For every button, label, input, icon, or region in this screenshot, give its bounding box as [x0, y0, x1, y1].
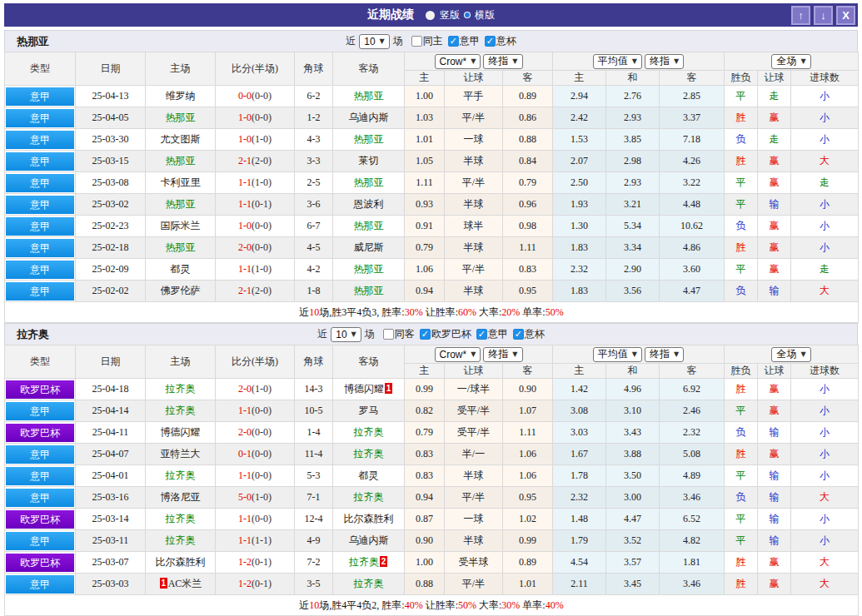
team-name: 国际米兰: [161, 220, 201, 231]
average-group-header: 平均值▼ 终指▼: [553, 52, 725, 71]
team-name: 热那亚: [354, 285, 384, 296]
away-team-cell: 拉齐奥: [333, 422, 405, 444]
recent-count-select[interactable]: 10 ▼: [359, 34, 390, 49]
avg-draw-cell: 2.98: [606, 151, 660, 172]
home-team-cell: 拉齐奥: [146, 509, 216, 530]
radio-horizontal-label[interactable]: 横版: [475, 8, 495, 22]
home-team-cell: 佛罗伦萨: [146, 281, 216, 302]
avg-draw-cell: 3.43: [606, 422, 660, 444]
team-name: 热那亚: [354, 176, 384, 188]
checkbox-checked[interactable]: [476, 329, 487, 340]
final-odds-select[interactable]: 终指▼: [483, 54, 522, 69]
match-row: 意甲25-03-11拉齐奥1-1(1-1)4-9乌迪内斯0.90半球0.991.…: [5, 530, 859, 552]
home-odds-cell: 1.06: [405, 259, 445, 281]
halftime-score: (0-0): [252, 426, 272, 438]
result-handicap-cell: 赢: [758, 444, 791, 465]
team-name: 卡利亚里: [161, 176, 201, 188]
summary-text: 50%: [458, 599, 476, 611]
subcol-avg-draw: 和: [606, 71, 660, 86]
result-goals-cell: 小: [791, 444, 859, 465]
result-handicap-cell: 赢: [758, 400, 791, 422]
away-odds-cell: 0.96: [503, 194, 553, 216]
result-goals-cell: 小: [791, 86, 859, 107]
summary-text: 大率:: [476, 306, 501, 318]
average-select[interactable]: 平均值▼: [593, 347, 642, 362]
col-score: 比分(半场): [216, 345, 295, 379]
away-team-cell: 比尔森胜利: [333, 509, 405, 530]
radio-horizontal-layout[interactable]: [465, 12, 470, 17]
corners-cell: 12-4: [295, 509, 333, 530]
bookmaker-select[interactable]: Crow*▼: [435, 347, 481, 362]
col-score: 比分(半场): [216, 52, 295, 86]
team-name: 热那亚: [166, 112, 196, 123]
corners-cell: 2-5: [295, 172, 333, 194]
home-odds-cell: 1.05: [405, 151, 445, 172]
away-odds-cell: 0.88: [503, 129, 553, 151]
avg-away-cell: 3.46: [660, 487, 725, 509]
average-select[interactable]: 平均值▼: [593, 54, 642, 69]
checkbox-unchecked[interactable]: [411, 36, 422, 47]
home-odds-cell: 0.83: [405, 465, 445, 487]
checkbox-unchecked[interactable]: [383, 329, 394, 340]
team-name: 拉齐奥: [166, 405, 196, 416]
fulltime-select[interactable]: 全场▼: [771, 54, 810, 69]
title-bar: 近期战绩 竖版 横版 ↑ ↓ X: [4, 3, 858, 27]
checkbox-checked[interactable]: [420, 329, 431, 340]
home-odds-cell: 1.00: [405, 86, 445, 107]
handicap-cell: 半球: [445, 530, 503, 552]
away-team-cell: 热那亚: [333, 259, 405, 281]
final-odds-select-2[interactable]: 终指▼: [645, 54, 684, 69]
team-name: 莱切: [359, 155, 379, 166]
corners-cell: 14-3: [295, 379, 333, 400]
avg-away-cell: 3.37: [660, 107, 725, 129]
filter-option-label: 同主: [423, 34, 443, 48]
result-wdl-cell: 平: [725, 530, 758, 552]
date-cell: 25-03-16: [76, 487, 146, 509]
avg-away-cell: 3.22: [660, 172, 725, 194]
scroll-down-button[interactable]: ↓: [814, 6, 833, 25]
team-name: 拉齐奥: [166, 469, 196, 481]
score-cell: 1-1(1-0): [216, 172, 295, 194]
home-team-cell: 国际米兰: [146, 216, 216, 237]
radio-vertical-layout[interactable]: [426, 11, 435, 20]
filter-option: 同客: [383, 327, 415, 341]
corners-cell: 3-3: [295, 151, 333, 172]
radio-vertical-label[interactable]: 竖版: [440, 8, 460, 22]
result-goals-cell: 大: [791, 487, 859, 509]
bookmaker-select-value: Crow*: [440, 56, 467, 67]
avg-home-cell: 1.83: [553, 281, 606, 302]
summary-row: 近10场,胜3平4负3, 胜率:30% 让胜率:60% 大率:20% 单率:50…: [5, 302, 859, 323]
corners-cell: 5-3: [295, 465, 333, 487]
halftime-score: (1-0): [252, 383, 272, 395]
checkbox-checked[interactable]: [485, 36, 496, 47]
score-cell: 1-1(1-1): [216, 530, 295, 552]
handicap-cell: 一球: [445, 509, 503, 530]
checkbox-checked[interactable]: [513, 329, 524, 340]
away-team-cell: 拉齐奥: [333, 487, 405, 509]
checkbox-checked[interactable]: [448, 36, 459, 47]
final-odds-select-2[interactable]: 终指▼: [645, 347, 684, 362]
away-team-cell: 热那亚: [333, 129, 405, 151]
team-name: 比尔森胜利: [344, 513, 394, 524]
home-odds-cell: 0.87: [405, 509, 445, 530]
match-row: 意甲25-04-13维罗纳0-0(0-0)6-2热那亚1.00平手0.892.9…: [5, 86, 859, 107]
league-badge: 意甲: [6, 282, 74, 301]
final-odds-select[interactable]: 终指▼: [483, 347, 522, 362]
match-row: 意甲25-03-30尤文图斯1-0(1-0)4-3热那亚1.01一球0.881.…: [5, 129, 859, 151]
home-team-cell: 卡利亚里: [146, 172, 216, 194]
league-badge: 意甲: [6, 131, 74, 149]
close-button[interactable]: X: [836, 6, 855, 25]
scroll-up-button[interactable]: ↑: [791, 6, 810, 25]
red-card-badge: 2: [380, 556, 387, 567]
filter-option-label: 意杯: [496, 34, 516, 48]
team-name: 拉齐奥: [354, 426, 384, 438]
home-odds-cell: 0.82: [405, 400, 445, 422]
home-odds-cell: 1.01: [405, 129, 445, 151]
bookmaker-select[interactable]: Crow*▼: [435, 54, 481, 69]
recent-count-select[interactable]: 10 ▼: [331, 327, 361, 342]
fulltime-select[interactable]: 全场▼: [771, 347, 810, 362]
result-handicap-cell: 输: [758, 487, 791, 509]
fulltime-score: 2-0: [238, 241, 252, 253]
league-badge: 意甲: [6, 109, 74, 127]
avg-draw-cell: 2.93: [606, 107, 660, 129]
